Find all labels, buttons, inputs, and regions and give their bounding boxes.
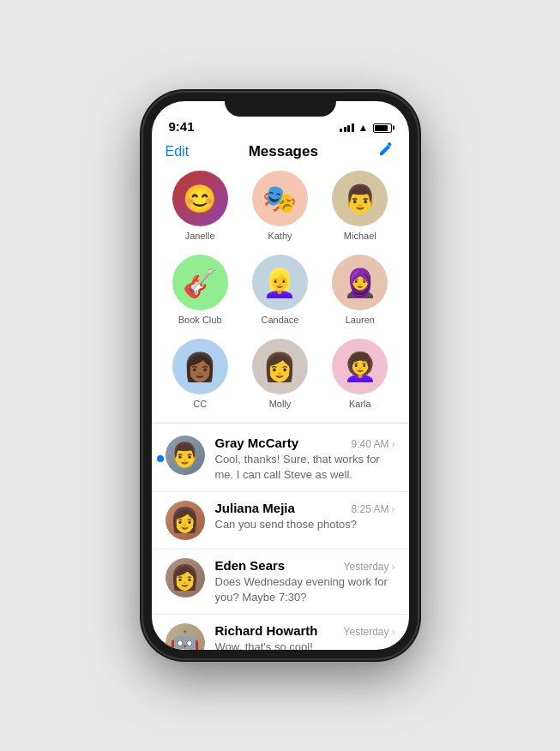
pinned-contact-kathy[interactable]: 🎭 Kathy xyxy=(252,171,308,241)
chevron-icon: › xyxy=(392,503,395,515)
section-divider xyxy=(152,423,409,424)
message-time-richard: Yesterday › xyxy=(344,626,395,638)
avatar-richard: 🤖 xyxy=(166,623,205,650)
message-list: 👨 Gray McCarty 9:40 AM › Cool, thanks! S… xyxy=(152,427,409,651)
avatar-janelle: 😊 xyxy=(172,171,228,226)
avatar-kathy: 🎭 xyxy=(252,171,308,226)
message-header-juliana: Juliana Mejia 8:25 AM › xyxy=(215,501,395,515)
message-content-gray: Gray McCarty 9:40 AM › Cool, thanks! Sur… xyxy=(215,436,395,483)
contact-name-janelle: Janelle xyxy=(185,231,215,241)
avatar-karla: 👩‍🦱 xyxy=(332,339,388,394)
contact-name-bookclub: Book Club xyxy=(178,315,222,325)
message-item-richard[interactable]: 🤖 Richard Howarth Yesterday › Wow, that'… xyxy=(152,615,409,650)
edit-button[interactable]: Edit xyxy=(166,144,190,159)
contact-name-cc: CC xyxy=(193,399,207,409)
pinned-row-1: 😊 Janelle 🎭 Kathy 👨 Michael xyxy=(160,171,400,241)
avatar-juliana: 👩 xyxy=(166,501,205,540)
pinned-contact-janelle[interactable]: 😊 Janelle xyxy=(172,171,228,241)
battery-icon xyxy=(373,123,392,133)
avatar-cc: 👩🏾 xyxy=(172,339,228,394)
notch xyxy=(225,93,336,117)
phone-device: 9:41 ▲ Edit Messages xyxy=(143,93,418,658)
pinned-contact-molly[interactable]: 👩 Molly xyxy=(252,339,308,409)
message-content-eden: Eden Sears Yesterday › Does Wednesday ev… xyxy=(215,558,395,605)
contact-name-juliana: Juliana Mejia xyxy=(215,501,295,515)
message-content-juliana: Juliana Mejia 8:25 AM › Can you send tho… xyxy=(215,501,395,532)
avatar-candace: 👱‍♀️ xyxy=(252,255,308,310)
message-header-gray: Gray McCarty 9:40 AM › xyxy=(215,436,395,450)
message-item-gray[interactable]: 👨 Gray McCarty 9:40 AM › Cool, thanks! S… xyxy=(152,427,409,492)
status-icons: ▲ xyxy=(340,122,391,134)
avatar-michael: 👨 xyxy=(332,171,388,226)
status-time: 9:41 xyxy=(169,119,195,134)
contact-name-gray: Gray McCarty xyxy=(215,436,299,450)
message-item-juliana[interactable]: 👩 Juliana Mejia 8:25 AM › Can you send t… xyxy=(152,492,409,550)
avatar-molly: 👩 xyxy=(252,339,308,394)
pinned-row-3: 👩🏾 CC 👩 Molly 👩‍🦱 Karla xyxy=(160,339,400,409)
chevron-icon: › xyxy=(392,626,395,638)
signal-icon xyxy=(340,123,354,132)
contact-name-eden: Eden Sears xyxy=(215,558,286,573)
screen: 9:41 ▲ Edit Messages xyxy=(152,101,409,650)
contact-name-michael: Michael xyxy=(344,231,376,241)
contact-name-kathy: Kathy xyxy=(268,231,292,241)
message-header-eden: Eden Sears Yesterday › xyxy=(215,558,395,573)
message-preview-richard: Wow, that's so cool! xyxy=(215,640,395,650)
message-time-juliana: 8:25 AM › xyxy=(351,503,394,515)
contact-name-candace: Candace xyxy=(261,315,298,325)
pinned-contact-candace[interactable]: 👱‍♀️ Candace xyxy=(252,255,308,325)
message-preview-juliana: Can you send those photos? xyxy=(215,517,395,532)
pinned-contact-bookclub[interactable]: 🎸 Book Club xyxy=(172,255,228,325)
chevron-icon: › xyxy=(392,438,395,450)
compose-button[interactable] xyxy=(377,141,394,162)
chevron-icon: › xyxy=(392,561,395,573)
pinned-contact-michael[interactable]: 👨 Michael xyxy=(332,171,388,241)
pinned-row-2: 🎸 Book Club 👱‍♀️ Candace 🧕 Lauren xyxy=(160,255,400,325)
message-time-gray: 9:40 AM › xyxy=(351,438,394,450)
message-time-eden: Yesterday › xyxy=(344,561,395,573)
pinned-contacts-section: 😊 Janelle 🎭 Kathy 👨 Michael xyxy=(152,171,409,409)
avatar-gray: 👨 xyxy=(166,436,205,475)
page-title: Messages xyxy=(249,143,318,160)
header: Edit Messages xyxy=(152,139,409,171)
avatar-bookclub: 🎸 xyxy=(172,255,228,310)
contact-name-richard: Richard Howarth xyxy=(215,623,318,638)
wifi-icon: ▲ xyxy=(358,122,369,134)
message-preview-eden: Does Wednesday evening work for you? May… xyxy=(215,574,395,605)
pinned-contact-cc[interactable]: 👩🏾 CC xyxy=(172,339,228,409)
contact-name-molly: Molly xyxy=(269,399,292,409)
avatar-eden: 👩 xyxy=(166,558,205,598)
pinned-contact-karla[interactable]: 👩‍🦱 Karla xyxy=(332,339,388,409)
unread-indicator xyxy=(157,455,164,462)
contact-name-karla: Karla xyxy=(349,399,371,409)
avatar-lauren: 🧕 xyxy=(332,255,388,310)
message-header-richard: Richard Howarth Yesterday › xyxy=(215,623,395,638)
message-content-richard: Richard Howarth Yesterday › Wow, that's … xyxy=(215,623,395,650)
pinned-contact-lauren[interactable]: 🧕 Lauren xyxy=(332,255,388,325)
message-preview-gray: Cool, thanks! Sure, that works for me. I… xyxy=(215,452,395,483)
message-item-eden[interactable]: 👩 Eden Sears Yesterday › Does Wednesday … xyxy=(152,550,409,615)
contact-name-lauren: Lauren xyxy=(346,315,375,325)
